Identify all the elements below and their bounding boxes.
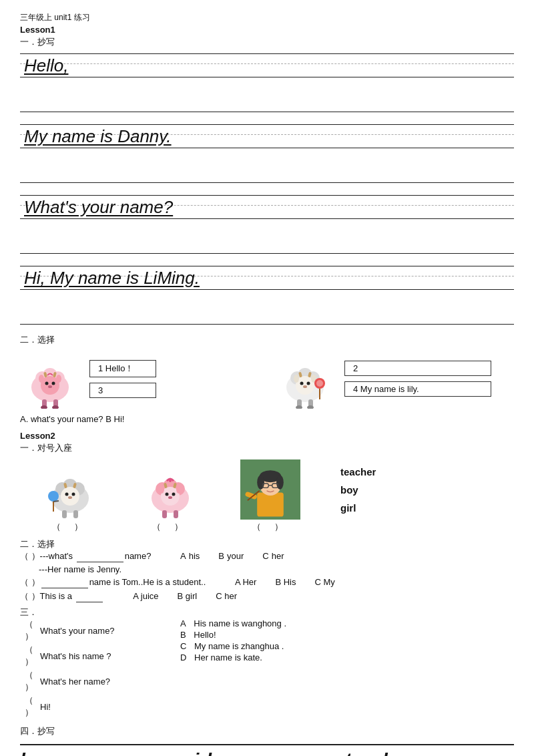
svg-rect-62 xyxy=(162,510,167,518)
choice-box-2: 2 xyxy=(344,361,491,376)
opt-A-3: A juice xyxy=(133,591,158,601)
word-list: teacher boy girl xyxy=(340,459,376,514)
lesson1-title: Lesson1 xyxy=(20,25,514,35)
question-1: What's your name? xyxy=(40,626,115,636)
m3-item-3: （ ） What's her name? xyxy=(20,669,167,693)
opt-C-1: C her xyxy=(262,551,284,561)
match3-right: A His name is wanghong . B Hello! C My n… xyxy=(180,618,286,719)
opt-B-1: B your xyxy=(218,551,244,561)
base-rule xyxy=(20,148,514,148)
handwrite-line-4: Hi, My name is LiMing. xyxy=(20,263,514,298)
choice-pair-2: 2 4 My name is lily. xyxy=(275,349,491,409)
blank-3[interactable] xyxy=(76,602,103,602)
section4-title: 四．抄写 xyxy=(20,725,514,737)
section3-content: （ ） What's your name? （ ） What's his nam… xyxy=(20,618,514,719)
bracket-1[interactable]: （ ） xyxy=(52,521,88,533)
svg-point-6 xyxy=(52,382,55,385)
svg-point-22 xyxy=(307,382,310,385)
choice-sub-1: ---Her name is Jenny. xyxy=(20,564,514,574)
mid-rule xyxy=(20,63,514,64)
choice-boxes-left: 1 Hello！ 3 xyxy=(89,360,156,398)
question-4: Hi! xyxy=(40,702,51,712)
base-rule xyxy=(20,289,514,290)
svg-point-64 xyxy=(169,480,172,482)
svg-point-9 xyxy=(56,375,61,383)
write-blank-1[interactable] xyxy=(20,87,514,112)
match-item-boy-sheep: （ ） xyxy=(20,459,120,533)
paren-1[interactable]: （ ） xyxy=(20,618,37,642)
svg-point-8 xyxy=(39,375,44,383)
blank-1[interactable] xyxy=(77,562,123,562)
bracket-3[interactable]: （ ） xyxy=(252,521,288,533)
top-rule xyxy=(20,195,514,196)
svg-line-49 xyxy=(53,501,59,502)
svg-point-58 xyxy=(159,486,164,494)
paren-4[interactable]: （ ） xyxy=(20,695,37,719)
svg-point-33 xyxy=(316,380,323,387)
paren-3[interactable]: （ ） xyxy=(20,669,37,693)
ans-text-D: Her name is kate. xyxy=(194,652,262,663)
opt-letter: B xyxy=(218,551,224,561)
line2-suffix: name is Tom..He is a student.. xyxy=(89,577,206,587)
svg-point-47 xyxy=(48,491,59,502)
answer-B: B Hello! xyxy=(180,630,286,640)
lesson2-title: Lesson2 xyxy=(20,431,514,441)
svg-rect-45 xyxy=(62,510,67,518)
write-blank-3[interactable] xyxy=(20,228,514,254)
right-choices: 2 4 My name is lily. xyxy=(275,349,514,409)
options-row-3: A juice B girl C her xyxy=(133,591,237,601)
cartoon-boy-sheep xyxy=(37,459,103,520)
opt-letter: C xyxy=(262,551,268,561)
word-teacher: teacher xyxy=(340,466,376,478)
ans-letter-C: C xyxy=(180,641,186,651)
cartoon-sheep-white xyxy=(275,349,335,409)
ans-text-C: My name is zhanghua . xyxy=(194,641,284,651)
section3: 三． （ ） What's your name? （ ） What's his … xyxy=(20,606,514,719)
handwrite-text-4: Hi, My name is LiMing. xyxy=(24,268,200,289)
paren-2[interactable]: （ ） xyxy=(20,644,37,668)
svg-point-55 xyxy=(166,493,169,496)
bracket-2[interactable]: （ ） xyxy=(152,521,188,533)
handwrite-line-2: My name is Danny. xyxy=(20,122,514,156)
answer-D: D Her name is kate. xyxy=(180,652,286,663)
svg-point-21 xyxy=(300,382,304,385)
opt-A-2: A Her xyxy=(235,577,257,587)
cartoon-sheep-pink xyxy=(20,349,80,409)
match3-left: （ ） What's your name? （ ） What's his nam… xyxy=(20,618,167,719)
section2: 二．选择 xyxy=(20,334,514,424)
line3-prefix: （ ）This is a xyxy=(20,591,75,601)
question-2: What's his name ? xyxy=(40,651,111,661)
teacher-image xyxy=(237,459,304,520)
section1-title: 一．抄写 xyxy=(20,36,514,48)
opt-C-3: C her xyxy=(216,591,237,601)
choice-line-1: （ ）---what's name? A his B your C her xyxy=(20,550,514,562)
base-rule xyxy=(20,218,514,219)
options-row-1: A his B your C her xyxy=(180,551,284,561)
page-header: 三年级上 unit1 练习 xyxy=(20,12,514,23)
handwrite-block: Hello, My name is Danny. What's your nam… xyxy=(20,51,514,325)
top-rule xyxy=(20,266,514,266)
opt-B-2: B His xyxy=(275,577,296,587)
handwrite-line-3: What's your name? xyxy=(20,192,514,227)
write-blank-2[interactable] xyxy=(20,158,514,183)
opt-A-1: A his xyxy=(180,551,200,561)
choice-box-3[interactable]: 3 xyxy=(89,383,156,398)
handwrite-text-3: What's your name? xyxy=(24,197,173,218)
section2b: 二．选择 （ ）---what's name? A his B your C h… xyxy=(20,538,514,602)
choice-line-3: （ ）This is a A juice B girl C her xyxy=(20,590,514,602)
choice-columns: 1 Hello！ 3 xyxy=(20,349,514,409)
m3-item-1: （ ） What's your name? xyxy=(20,618,167,642)
svg-point-24 xyxy=(294,375,299,383)
blank-2[interactable] xyxy=(41,588,88,588)
line1-suffix: name? xyxy=(125,551,152,561)
handwrite-text-2: My name is Danny. xyxy=(24,126,172,147)
svg-point-23 xyxy=(303,385,307,388)
match-row: （ ） xyxy=(20,459,514,533)
opt-word: his xyxy=(189,551,200,561)
write-blank-4[interactable] xyxy=(20,299,514,325)
opt-word: your xyxy=(227,551,244,561)
svg-point-57 xyxy=(168,496,172,499)
handwrite-line-1: Hello, xyxy=(20,51,514,85)
cartoon-girl-sheep xyxy=(137,459,204,520)
word-boy: boy xyxy=(340,484,376,496)
